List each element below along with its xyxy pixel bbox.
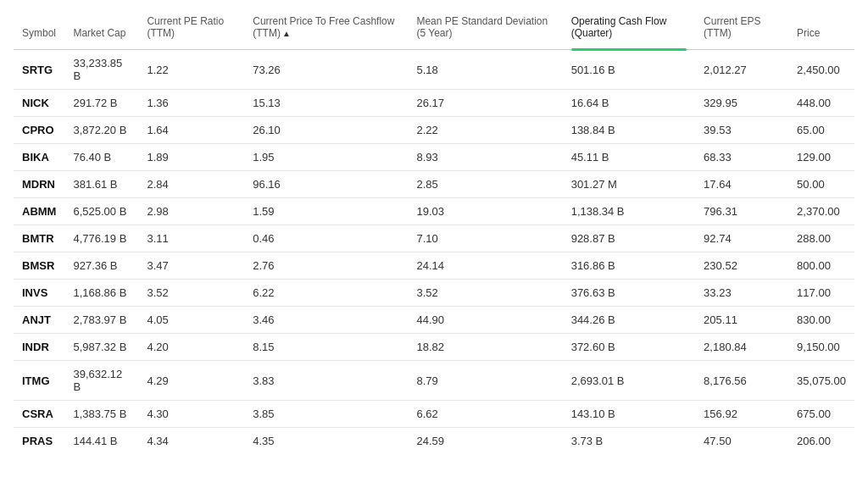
cell-currentPE: 1.64 [138, 117, 244, 144]
column-header-meanPE[interactable]: Mean PE Standard Deviation (5 Year) [408, 8, 562, 50]
cell-meanPE: 26.17 [408, 90, 562, 117]
cell-marketCap: 4,776.19 B [64, 225, 138, 252]
cell-currentPE: 2.98 [138, 198, 244, 225]
cell-currentPriceFCF: 4.35 [244, 428, 408, 455]
cell-price: 2,370.00 [788, 198, 854, 225]
cell-currentPriceFCF: 3.85 [244, 401, 408, 428]
table-wrapper: SymbolMarket CapCurrent PE Ratio (TTM)Cu… [0, 0, 868, 463]
column-header-symbol[interactable]: Symbol [14, 8, 64, 50]
cell-currentPriceFCF: 0.46 [244, 225, 408, 252]
active-column-indicator [571, 48, 687, 51]
cell-marketCap: 3,872.20 B [64, 117, 138, 144]
cell-symbol: ABMM [14, 198, 64, 225]
table-row[interactable]: BIKA76.40 B1.891.958.9345.11 B68.33129.0… [14, 144, 854, 171]
cell-operatingCashFlow: 316.86 B [563, 252, 695, 280]
cell-currentPriceFCF: 3.83 [244, 361, 408, 401]
cell-marketCap: 927.36 B [64, 252, 138, 280]
table-row[interactable]: BMTR4,776.19 B3.110.467.10928.87 B92.742… [14, 225, 854, 252]
table-row[interactable]: PRAS144.41 B4.344.3524.593.73 B47.50206.… [14, 428, 854, 455]
table-row[interactable]: INDR5,987.32 B4.208.1518.82372.60 B2,180… [14, 334, 854, 361]
table-row[interactable]: NICK291.72 B1.3615.1326.1716.64 B329.954… [14, 90, 854, 117]
cell-meanPE: 6.62 [408, 401, 562, 428]
cell-price: 675.00 [788, 401, 854, 428]
cell-currentPE: 1.36 [138, 90, 244, 117]
table-row[interactable]: CSRA1,383.75 B4.303.856.62143.10 B156.92… [14, 401, 854, 428]
table-row[interactable]: ANJT2,783.97 B4.053.4644.90344.26 B205.1… [14, 307, 854, 334]
column-header-currentEPS[interactable]: Current EPS (TTM) [695, 8, 788, 50]
table-row[interactable]: ITMG39,632.12 B4.293.838.792,693.01 B8,1… [14, 361, 854, 401]
cell-currentPE: 4.30 [138, 401, 244, 428]
column-header-marketCap[interactable]: Market Cap [64, 8, 138, 50]
cell-symbol: INVS [14, 280, 64, 307]
cell-meanPE: 8.79 [408, 361, 562, 401]
cell-currentEPS: 230.52 [695, 252, 788, 280]
cell-currentPriceFCF: 8.15 [244, 334, 408, 361]
cell-currentEPS: 2,012.27 [695, 50, 788, 90]
cell-marketCap: 381.61 B [64, 171, 138, 198]
cell-operatingCashFlow: 16.64 B [563, 90, 695, 117]
cell-currentPE: 3.11 [138, 225, 244, 252]
cell-operatingCashFlow: 138.84 B [563, 117, 695, 144]
cell-marketCap: 1,383.75 B [64, 401, 138, 428]
cell-currentPriceFCF: 2.76 [244, 252, 408, 280]
cell-symbol: PRAS [14, 428, 64, 455]
cell-price: 206.00 [788, 428, 854, 455]
cell-operatingCashFlow: 3.73 B [563, 428, 695, 455]
table-row[interactable]: BMSR927.36 B3.472.7624.14316.86 B230.528… [14, 252, 854, 280]
cell-marketCap: 291.72 B [64, 90, 138, 117]
cell-meanPE: 2.22 [408, 117, 562, 144]
table-row[interactable]: MDRN381.61 B2.8496.162.85301.27 M17.6450… [14, 171, 854, 198]
cell-currentEPS: 68.33 [695, 144, 788, 171]
cell-price: 800.00 [788, 252, 854, 280]
cell-currentEPS: 8,176.56 [695, 361, 788, 401]
table-row[interactable]: SRTG33,233.85 B1.2273.265.18501.16 B2,01… [14, 50, 854, 90]
cell-symbol: BIKA [14, 144, 64, 171]
table-row[interactable]: ABMM6,525.00 B2.981.5919.031,138.34 B796… [14, 198, 854, 225]
column-header-currentPE[interactable]: Current PE Ratio (TTM) [138, 8, 244, 50]
cell-symbol: NICK [14, 90, 64, 117]
cell-currentPE: 1.89 [138, 144, 244, 171]
cell-currentPE: 2.84 [138, 171, 244, 198]
cell-meanPE: 2.85 [408, 171, 562, 198]
cell-marketCap: 76.40 B [64, 144, 138, 171]
cell-symbol: SRTG [14, 50, 64, 90]
column-header-currentPriceFCF[interactable]: Current Price To Free Cashflow (TTM) ▲ [244, 8, 408, 50]
cell-operatingCashFlow: 372.60 B [563, 334, 695, 361]
sort-arrow-icon: ▲ [282, 29, 291, 38]
cell-symbol: CPRO [14, 117, 64, 144]
table-row[interactable]: INVS1,168.86 B3.526.223.52376.63 B33.231… [14, 280, 854, 307]
cell-currentPE: 4.20 [138, 334, 244, 361]
cell-currentPE: 3.52 [138, 280, 244, 307]
cell-operatingCashFlow: 1,138.34 B [563, 198, 695, 225]
cell-meanPE: 44.90 [408, 307, 562, 334]
table-row[interactable]: CPRO3,872.20 B1.6426.102.22138.84 B39.53… [14, 117, 854, 144]
cell-operatingCashFlow: 501.16 B [563, 50, 695, 90]
column-header-operatingCashFlow[interactable]: Operating Cash Flow (Quarter) [563, 8, 695, 50]
cell-symbol: ANJT [14, 307, 64, 334]
cell-meanPE: 5.18 [408, 50, 562, 90]
cell-symbol: BMTR [14, 225, 64, 252]
cell-operatingCashFlow: 376.63 B [563, 280, 695, 307]
cell-currentPE: 3.47 [138, 252, 244, 280]
cell-marketCap: 1,168.86 B [64, 280, 138, 307]
cell-currentPE: 1.22 [138, 50, 244, 90]
cell-operatingCashFlow: 928.87 B [563, 225, 695, 252]
cell-price: 117.00 [788, 280, 854, 307]
cell-currentPriceFCF: 15.13 [244, 90, 408, 117]
cell-symbol: INDR [14, 334, 64, 361]
cell-currentPE: 4.29 [138, 361, 244, 401]
cell-price: 50.00 [788, 171, 854, 198]
cell-price: 448.00 [788, 90, 854, 117]
cell-currentPriceFCF: 1.59 [244, 198, 408, 225]
column-header-price[interactable]: Price [788, 8, 854, 50]
cell-marketCap: 5,987.32 B [64, 334, 138, 361]
cell-currentPriceFCF: 1.95 [244, 144, 408, 171]
cell-meanPE: 19.03 [408, 198, 562, 225]
cell-operatingCashFlow: 2,693.01 B [563, 361, 695, 401]
cell-currentPriceFCF: 3.46 [244, 307, 408, 334]
cell-price: 129.00 [788, 144, 854, 171]
cell-currentPriceFCF: 26.10 [244, 117, 408, 144]
cell-symbol: ITMG [14, 361, 64, 401]
cell-currentEPS: 329.95 [695, 90, 788, 117]
cell-marketCap: 39,632.12 B [64, 361, 138, 401]
